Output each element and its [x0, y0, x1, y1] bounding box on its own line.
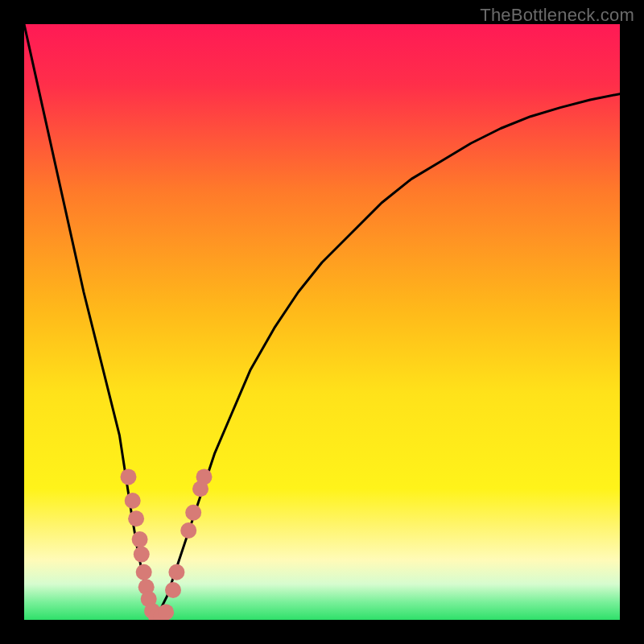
- curve-marker: [134, 547, 150, 563]
- curve-marker: [136, 564, 152, 580]
- curve-marker: [132, 531, 148, 547]
- curve-marker: [168, 564, 184, 580]
- curve-marker: [185, 505, 201, 521]
- curve-marker: [180, 522, 196, 539]
- watermark-text: TheBottleneck.com: [480, 5, 634, 26]
- curve-marker: [196, 469, 213, 485]
- outer-frame: TheBottleneck.com: [0, 0, 644, 644]
- curve-marker: [121, 469, 137, 485]
- curve-marker: [158, 604, 174, 620]
- plot-area: [24, 24, 620, 620]
- bottleneck-curve: [24, 24, 620, 620]
- curve-layer: [24, 24, 620, 620]
- curve-marker: [125, 493, 141, 509]
- curve-marker: [128, 510, 144, 526]
- curve-marker: [165, 582, 181, 598]
